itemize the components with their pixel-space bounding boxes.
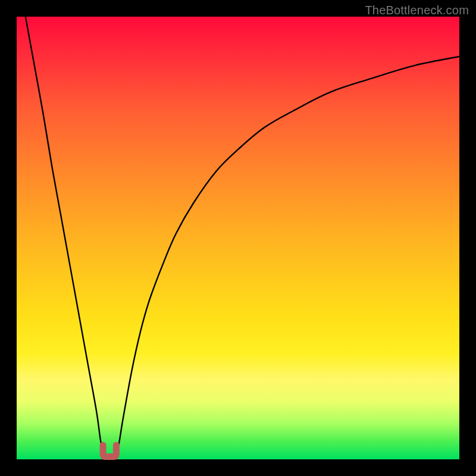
curve-left-branch <box>26 17 104 456</box>
curve-right-branch <box>115 57 459 456</box>
optimum-marker <box>103 445 116 456</box>
bottleneck-curve <box>17 17 459 459</box>
plot-area <box>17 17 459 459</box>
watermark-text: TheBottleneck.com <box>365 4 469 17</box>
